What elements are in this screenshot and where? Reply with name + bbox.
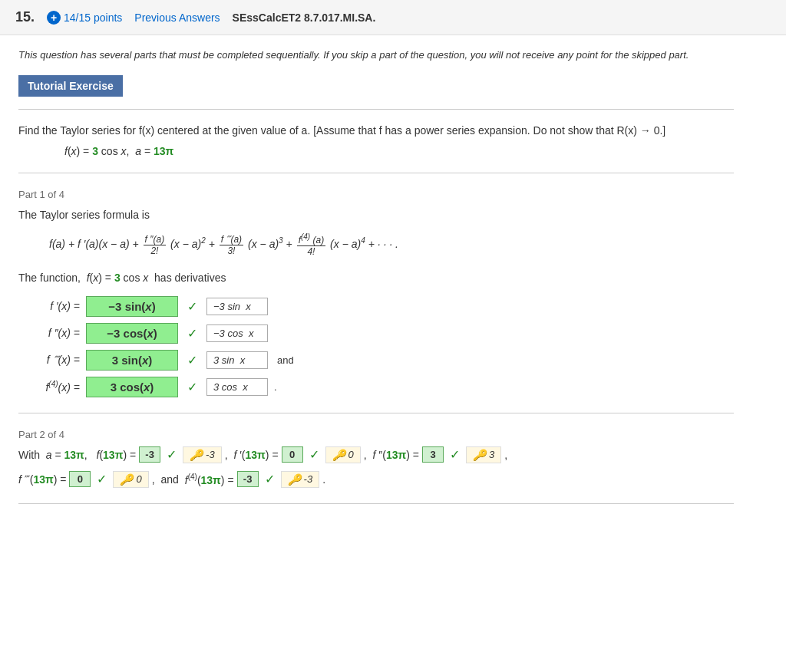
- part2-label: Part 2 of 4: [18, 429, 734, 440]
- part2-fppp-label: f ‴(13π) =: [18, 473, 66, 486]
- part2-fppp-answer: 0: [69, 471, 91, 487]
- divider-3: [18, 503, 734, 504]
- taylor-formula-desc: The Taylor series formula is: [18, 206, 734, 223]
- hint-icon-fppp: 🔑: [120, 473, 133, 486]
- part2-check-f4: ✓: [265, 472, 275, 486]
- points-label: 14/15 points: [64, 12, 122, 24]
- part1-label: Part 1 of 4: [18, 189, 734, 200]
- part2-check-fp: ✓: [309, 447, 319, 462]
- comma-1: ,: [225, 449, 228, 461]
- and-part2: and: [158, 473, 182, 486]
- deriv-answer-4: 3 cos(x): [86, 377, 178, 397]
- part2-check-fpp: ✓: [450, 447, 460, 462]
- part2-section: Part 2 of 4 With a = 13π, f(13π) = -3 ✓ …: [18, 429, 734, 488]
- question-id: SEssCalcET2 8.7.017.MI.SA.: [233, 12, 376, 24]
- derivative-row-4: f(4)(x) = 3 cos(x) ✓ 3 cos x .: [18, 377, 734, 397]
- derivative-row-3: f ‴(x) = 3 sin(x) ✓ 3 sin x and: [18, 350, 734, 371]
- deriv-label-3: f ‴(x) =: [18, 354, 80, 366]
- part2-f4-label: f(4)(13π) =: [185, 473, 234, 486]
- part2-f-label: f(13π) =: [97, 449, 137, 461]
- deriv-label-4: f(4)(x) =: [18, 380, 80, 394]
- shown-answer-2: −3 cos x: [206, 324, 268, 342]
- part2-hint-fpp: 🔑 3: [466, 446, 501, 463]
- question-header: 15. + 14/15 points Previous Answers SEss…: [0, 0, 786, 35]
- points-button[interactable]: + 14/15 points: [47, 11, 122, 25]
- deriv-label-1: f ′(x) =: [18, 300, 80, 312]
- hint-icon-f4: 🔑: [288, 473, 301, 486]
- shown-answer-3: 3 sin x: [206, 351, 268, 369]
- part2-check-fppp: ✓: [97, 472, 107, 486]
- check-3: ✓: [187, 353, 197, 367]
- part2-with-text: With a = 13π,: [18, 449, 94, 461]
- part2-hint-f4: 🔑 -3: [281, 471, 320, 488]
- previous-answers-link[interactable]: Previous Answers: [134, 12, 220, 24]
- derivative-row-1: f ′(x) = −3 sin(x) ✓ −3 sin x: [18, 296, 734, 317]
- part2-row-1: With a = 13π, f(13π) = -3 ✓ 🔑 -3 , f ′(1…: [18, 446, 734, 463]
- period-2: .: [322, 473, 325, 486]
- deriv-answer-3: 3 sin(x): [86, 350, 178, 371]
- deriv-label-2: f ″(x) =: [18, 327, 80, 339]
- comma-4: ,: [152, 473, 155, 486]
- deriv-answer-1: −3 sin(x): [86, 296, 178, 317]
- part2-row-2: f ‴(13π) = 0 ✓ 🔑 0 , and f(4)(13π) = -3 …: [18, 471, 734, 488]
- divider-1: [18, 173, 734, 173]
- part2-hint-fppp: 🔑 0: [113, 471, 148, 488]
- shown-answer-1: −3 sin x: [206, 298, 268, 315]
- check-2: ✓: [187, 326, 197, 341]
- part2-fpp-answer: 3: [422, 446, 444, 463]
- hint-icon-f: 🔑: [190, 449, 203, 461]
- derivative-row-2: f ″(x) = −3 cos(x) ✓ −3 cos x: [18, 323, 734, 344]
- hint-icon-fp: 🔑: [332, 449, 345, 461]
- part2-check-f: ✓: [167, 447, 177, 462]
- plus-circle-icon: +: [47, 11, 61, 25]
- check-1: ✓: [187, 299, 197, 314]
- part2-fpp-label: f ″(13π) =: [370, 449, 419, 461]
- function-formula: f(x) = 3 cos x, a = 13π: [64, 145, 734, 157]
- part2-hint-fp: 🔑 0: [325, 446, 361, 463]
- instructions-text: This question has several parts that mus…: [18, 48, 734, 63]
- divider-2: [18, 413, 734, 413]
- hint-icon-fpp: 🔑: [473, 449, 486, 461]
- period-1: .: [274, 381, 277, 393]
- question-number: 15.: [15, 9, 35, 25]
- function-desc: The function, f(x) = 3 cos x has derivat…: [18, 269, 734, 286]
- deriv-answer-2: −3 cos(x): [86, 323, 178, 344]
- comma-3: ,: [504, 449, 507, 461]
- part2-f4-answer: -3: [237, 471, 259, 487]
- part2-f-answer: -3: [139, 446, 160, 463]
- shown-answer-4: 3 cos x: [206, 378, 268, 396]
- derivatives-section: f ′(x) = −3 sin(x) ✓ −3 sin x f ″(x) = −…: [18, 296, 734, 397]
- and-text: and: [277, 354, 294, 366]
- problem-statement: Find the Taylor series for f(x) centered…: [18, 122, 734, 139]
- part2-fp-answer: 0: [282, 446, 303, 463]
- comma-2: ,: [364, 449, 367, 461]
- taylor-formula: f(a) + f ′(a)(x − a) + f ″(a) 2! (x − a)…: [49, 232, 734, 257]
- main-content: This question has several parts that mus…: [0, 35, 752, 532]
- tutorial-header: Tutorial Exercise: [18, 75, 123, 97]
- part2-fp-label: f ′(13π) =: [231, 449, 279, 461]
- check-4: ✓: [187, 380, 197, 394]
- part2-hint-f: 🔑 -3: [183, 446, 222, 463]
